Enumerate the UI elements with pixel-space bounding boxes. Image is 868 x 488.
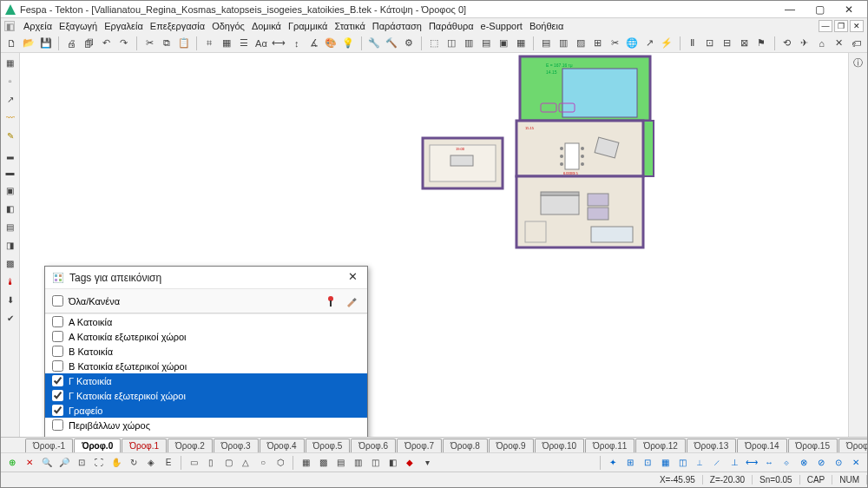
tag-checkbox[interactable] (52, 419, 63, 431)
bt-snap12-icon[interactable]: ⊗ (796, 455, 812, 471)
bt-e4-icon[interactable]: △ (238, 455, 253, 471)
tag-icon[interactable]: 🏷 (849, 36, 864, 51)
lt-temp-icon[interactable]: 🌡 (3, 274, 18, 289)
floor-tab[interactable]: Όροφ.15 (788, 439, 838, 452)
tag-checkbox[interactable] (52, 405, 63, 416)
snap-icon[interactable]: ⌗ (202, 36, 217, 51)
menu-tools[interactable]: Εργαλεία (104, 21, 143, 31)
bolt-icon[interactable]: ⚡ (660, 36, 674, 51)
menu-linear[interactable]: Γραμμικά (288, 21, 328, 31)
view4-icon[interactable]: ✕ (832, 36, 846, 51)
mode1-icon[interactable]: Ⅱ (685, 36, 700, 51)
bt-snap7-icon[interactable]: ⟋ (709, 455, 725, 471)
gear-icon[interactable]: ⚙ (401, 36, 416, 51)
window-close-button[interactable]: ✕ (834, 2, 864, 17)
bt-snap15-icon[interactable]: ✕ (848, 455, 864, 471)
tag-row[interactable]: Α Κατοικία (45, 314, 367, 329)
floor-tab[interactable]: Όροφ.14 (737, 439, 786, 452)
bt-e1-icon[interactable]: ▭ (186, 455, 201, 471)
bt-snap8-icon[interactable]: ⊥ (727, 455, 742, 471)
floor-tab[interactable]: Όροφ.8 (443, 439, 488, 452)
tag-row[interactable]: Γραφείο (45, 403, 367, 418)
mode2-icon[interactable]: ⊡ (702, 36, 717, 51)
tag-row[interactable]: Α Κατοικία εξωτερικοί χώροι (45, 329, 367, 344)
lt-slab-icon[interactable]: ✎ (3, 128, 18, 143)
window-minimize-button[interactable]: — (775, 2, 805, 17)
paint-icon[interactable]: 🎨 (324, 36, 339, 51)
bt-snap5-icon[interactable]: ◫ (674, 455, 690, 471)
mdi-restore-button[interactable]: ❐ (834, 20, 848, 32)
dim3-icon[interactable]: ∡ (306, 36, 321, 51)
menu-static[interactable]: Στατικά (334, 21, 365, 31)
tag-checkbox[interactable] (52, 316, 63, 327)
floor-tab[interactable]: Όροφ.12 (635, 439, 685, 452)
bt-e12-icon[interactable]: ◧ (385, 455, 400, 471)
new-file-icon[interactable]: 🗋 (4, 36, 19, 51)
bt-zoomin-icon[interactable]: 🔍 (39, 455, 55, 471)
dialog-close-button[interactable]: ✕ (345, 270, 360, 286)
calc4-icon[interactable]: ▤ (478, 36, 493, 51)
bt-efit-icon[interactable]: E (161, 455, 176, 471)
layers-icon[interactable]: ☰ (237, 36, 252, 51)
menu-windows[interactable]: Παράθυρα (429, 21, 474, 31)
dim2-icon[interactable]: ↕ (289, 36, 304, 51)
floor-tab[interactable]: Όροφ.16 (838, 439, 867, 452)
all-none-checkbox[interactable] (52, 295, 63, 307)
bt-e13-icon[interactable]: ◆ (402, 455, 418, 471)
undo-icon[interactable]: ↶ (99, 36, 114, 51)
cut-icon[interactable]: ✂ (142, 36, 157, 51)
menu-export[interactable]: Εξαγωγή (59, 21, 97, 31)
redo-icon[interactable]: ↷ (116, 36, 131, 51)
report-icon[interactable]: ▨ (574, 36, 589, 51)
lt-rebar-icon[interactable]: ▩ (3, 255, 18, 271)
floor-tab[interactable]: Όροφ.9 (489, 439, 534, 452)
link-icon[interactable]: ↗ (642, 36, 657, 51)
print-icon[interactable]: 🖨 (64, 36, 79, 51)
menu-structural[interactable]: Δομικά (252, 21, 281, 31)
tag-row[interactable]: Περιβάλλων χώρος (45, 418, 367, 432)
lt-door-icon[interactable]: ▂ (3, 146, 18, 162)
bt-refresh-icon[interactable]: ↻ (126, 455, 141, 471)
lt-wall-icon[interactable]: 〰 (3, 109, 18, 125)
floor-tab[interactable]: Όροφ.6 (351, 439, 396, 452)
text-icon[interactable]: Aα (254, 36, 269, 51)
floor-tab[interactable]: Όροφ.7 (397, 439, 442, 452)
menu-edit[interactable]: Επεξεργασία (150, 21, 205, 31)
tag-checkbox[interactable] (52, 331, 63, 342)
lt-stair-icon[interactable]: ▤ (3, 219, 18, 234)
menu-presentation[interactable]: Παράσταση (372, 21, 422, 31)
calc3-icon[interactable]: ▥ (462, 36, 477, 51)
calc6-icon[interactable]: ▦ (513, 36, 528, 51)
bt-e8-icon[interactable]: ▩ (315, 455, 331, 471)
bt-cross-icon[interactable]: ✕ (22, 455, 37, 471)
bt-snap13-icon[interactable]: ⊘ (813, 455, 829, 471)
menu-esupport[interactable]: e-Support (481, 21, 523, 31)
view3-icon[interactable]: ⌂ (814, 36, 829, 51)
tags-list[interactable]: Α ΚατοικίαΑ Κατοικία εξωτερικοί χώροιΒ Κ… (45, 313, 367, 437)
tag-checkbox[interactable] (52, 375, 63, 386)
calc1-icon[interactable]: ⬚ (427, 36, 442, 51)
bt-e10-icon[interactable]: ▥ (350, 455, 365, 471)
tag-checkbox[interactable] (52, 346, 63, 357)
rt-info-icon[interactable]: ⓘ (851, 55, 866, 70)
view2-icon[interactable]: ✈ (797, 36, 812, 51)
tag-checkbox[interactable] (52, 390, 63, 401)
lt-foot-icon[interactable]: ◧ (3, 201, 18, 216)
calc2-icon[interactable]: ◫ (444, 36, 459, 51)
bt-zoomwin-icon[interactable]: ⊡ (74, 455, 89, 471)
lt-col-icon[interactable]: ▫ (3, 73, 18, 89)
wrench-icon[interactable]: 🔧 (367, 36, 382, 51)
bt-e5-icon[interactable]: ○ (255, 455, 271, 471)
bt-zoomout-icon[interactable]: 🔎 (56, 455, 72, 471)
bt-e7-icon[interactable]: ▦ (298, 455, 313, 471)
tag-row[interactable]: Β Κατοικία (45, 344, 367, 359)
floor-tab[interactable]: Όροφ.2 (168, 439, 213, 452)
preview-icon[interactable]: 🗐 (82, 36, 96, 51)
globe-icon[interactable]: 🌐 (625, 36, 640, 51)
grid-icon[interactable]: ▦ (220, 36, 234, 51)
bt-snap4-icon[interactable]: ▦ (657, 455, 673, 471)
floor-tab[interactable]: Όροφ.10 (535, 439, 584, 452)
drawing-canvas[interactable]: E = 167.16 τμ 14.15 19.00 (20, 53, 848, 437)
floor-tab[interactable]: Όροφ.13 (687, 439, 736, 452)
bt-e11-icon[interactable]: ◫ (367, 455, 383, 471)
